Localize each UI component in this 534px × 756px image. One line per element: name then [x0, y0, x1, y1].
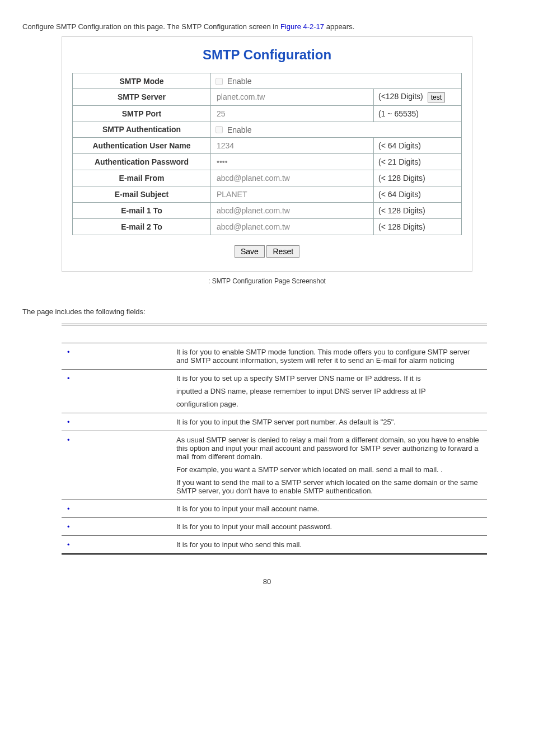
intro-part2: appears.	[324, 22, 354, 31]
desc-object-cell: •	[62, 535, 171, 554]
desc-text-cell: It is for you to enable SMTP mode functi…	[171, 343, 487, 369]
row-email-from: E-mail From (< 128 Digits)	[73, 170, 462, 186]
desc-object-cell: •	[62, 369, 171, 413]
hint-auth-pass: (< 21 Digits)	[374, 153, 462, 170]
figure-reference: Figure 4-2-17	[280, 22, 324, 31]
intro-part1: Configure SMTP Configuration on this pag…	[22, 22, 280, 31]
desc-line: As usual SMTP server is denied to relay …	[176, 436, 481, 461]
hint-email-from: (< 128 Digits)	[374, 170, 462, 186]
desc-line: It is for you to input your mail account…	[176, 505, 481, 513]
row-smtp-port: SMTP Port (1 ~ 65535)	[73, 105, 462, 122]
label-email-2: E-mail 2 To	[73, 218, 211, 235]
row-smtp-mode: SMTP Mode Enable	[73, 73, 462, 89]
desc-text-cell: It is for you to input the SMTP server p…	[171, 413, 487, 431]
desc-object-cell: •	[62, 431, 171, 500]
desc-row: •It is for you to input the SMTP server …	[62, 413, 487, 431]
desc-object-cell: •	[62, 517, 171, 535]
desc-header-object: Object	[62, 324, 171, 343]
row-auth-pass: Authentication Password (< 21 Digits)	[73, 153, 462, 170]
label-email-subject: E-mail Subject	[73, 186, 211, 202]
desc-row: •It is for you to input your mail accoun…	[62, 517, 487, 535]
label-email-from: E-mail From	[73, 170, 211, 186]
label-smtp-auth: SMTP Authentication	[73, 122, 211, 137]
input-email-1[interactable]	[216, 206, 313, 216]
desc-line: configuration page.	[176, 400, 481, 408]
checkbox-label-smtp-auth: Enable	[227, 125, 252, 134]
button-row: Save Reset	[72, 245, 462, 258]
label-smtp-server: SMTP Server	[73, 89, 211, 105]
hint-email-1: (< 128 Digits)	[374, 202, 462, 218]
smtp-config-panel: SMTP Configuration SMTP Mode Enable SMTP…	[62, 36, 472, 272]
row-auth-user: Authentication User Name (< 64 Digits)	[73, 137, 462, 153]
row-email-2: E-mail 2 To (< 128 Digits)	[73, 218, 462, 235]
input-auth-pass[interactable]	[216, 157, 313, 167]
desc-line: For example, you want a SMTP server whic…	[176, 465, 481, 474]
desc-text-cell: It is for you to input your mail account…	[171, 500, 487, 517]
hint-smtp-port: (1 ~ 65535)	[374, 105, 462, 122]
label-smtp-mode: SMTP Mode	[73, 73, 211, 89]
bullet-icon: •	[67, 374, 70, 382]
save-button[interactable]: Save	[235, 245, 265, 258]
reset-button[interactable]: Reset	[266, 245, 299, 258]
input-smtp-server[interactable]	[216, 92, 313, 102]
desc-row: •It is for you to set up a specify SMTP …	[62, 369, 487, 413]
desc-line: It is for you to input the SMTP server p…	[176, 418, 481, 426]
desc-line: If you want to send the mail to a SMTP s…	[176, 478, 481, 495]
checkbox-smtp-mode[interactable]	[216, 78, 223, 85]
bullet-icon: •	[67, 540, 70, 549]
desc-text-cell: As usual SMTP server is denied to relay …	[171, 431, 487, 500]
desc-object-cell: •	[62, 413, 171, 431]
intro-text: Configure SMTP Configuration on this pag…	[22, 22, 512, 31]
label-auth-pass: Authentication Password	[73, 153, 211, 170]
input-smtp-port[interactable]	[216, 109, 313, 119]
desc-line: It is for you to set up a specify SMTP s…	[176, 374, 481, 382]
row-smtp-auth: SMTP Authentication Enable	[73, 122, 462, 137]
row-email-1: E-mail 1 To (< 128 Digits)	[73, 202, 462, 218]
config-title: SMTP Configuration	[72, 47, 462, 63]
page-number: 80	[22, 577, 512, 586]
config-table: SMTP Mode Enable SMTP Server (<128 Digit…	[72, 73, 462, 235]
label-auth-user: Authentication User Name	[73, 137, 211, 153]
input-auth-user[interactable]	[216, 141, 313, 151]
bullet-icon: •	[67, 436, 70, 444]
input-email-subject[interactable]	[216, 189, 313, 199]
desc-row: •As usual SMTP server is denied to relay…	[62, 431, 487, 500]
fields-note: The page includes the following fields:	[22, 307, 512, 316]
desc-line: It is for you to input your mail account…	[176, 522, 481, 531]
hint-smtp-server: (<128 Digits)	[378, 92, 423, 101]
label-email-1: E-mail 1 To	[73, 202, 211, 218]
desc-line: It is for you to enable SMTP mode functi…	[176, 348, 481, 365]
row-email-subject: E-mail Subject (< 64 Digits)	[73, 186, 462, 202]
hint-auth-user: (< 64 Digits)	[374, 137, 462, 153]
bullet-icon: •	[67, 505, 70, 513]
hint-email-subject: (< 64 Digits)	[374, 186, 462, 202]
desc-text-cell: It is for you to set up a specify SMTP s…	[171, 369, 487, 413]
desc-object-cell: •	[62, 500, 171, 517]
desc-row: •It is for you to enable SMTP mode funct…	[62, 343, 487, 369]
hint-email-2: (< 128 Digits)	[374, 218, 462, 235]
label-smtp-port: SMTP Port	[73, 105, 211, 122]
desc-text-cell: It is for you to input your mail account…	[171, 517, 487, 535]
description-table: ObjectDescription •It is for you to enab…	[62, 324, 487, 555]
row-smtp-server: SMTP Server (<128 Digits) test	[73, 89, 462, 105]
checkbox-smtp-auth[interactable]	[216, 126, 223, 133]
desc-row: •It is for you to input who send this ma…	[62, 535, 487, 554]
desc-line: inputted a DNS name, please remember to …	[176, 387, 481, 395]
test-button[interactable]: test	[428, 92, 445, 102]
figure-caption: : SMTP Configuration Page Screenshot	[22, 277, 512, 285]
desc-header-desc: Description	[171, 324, 487, 343]
bullet-icon: •	[67, 348, 70, 356]
input-email-from[interactable]	[216, 173, 313, 183]
bullet-icon: •	[67, 522, 70, 531]
desc-object-cell: •	[62, 343, 171, 369]
desc-text-cell: It is for you to input who send this mai…	[171, 535, 487, 554]
desc-row: •It is for you to input your mail accoun…	[62, 500, 487, 517]
bullet-icon: •	[67, 418, 70, 426]
checkbox-label-smtp-mode: Enable	[227, 77, 252, 86]
input-email-2[interactable]	[216, 222, 313, 232]
desc-line: It is for you to input who send this mai…	[176, 540, 481, 549]
